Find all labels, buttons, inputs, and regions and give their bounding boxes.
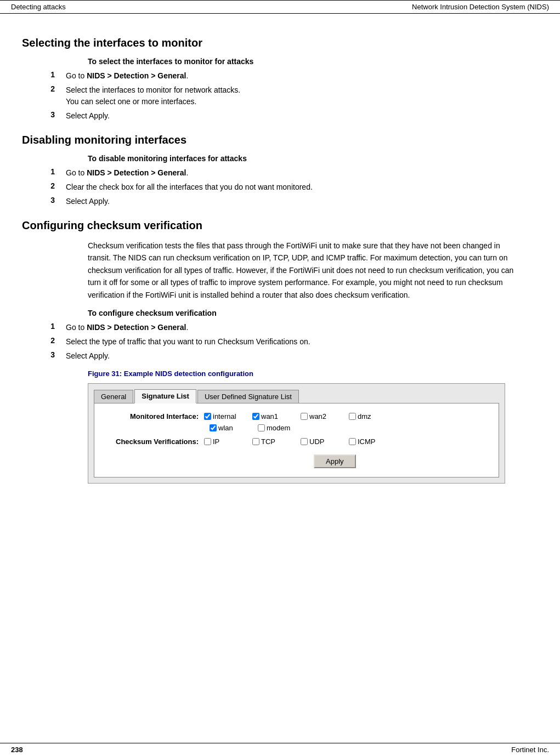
form-row-monitored: Monitored Interface: internal wan1 wan2 bbox=[105, 412, 488, 420]
check-ip[interactable]: IP bbox=[204, 437, 248, 446]
step-content: Select the type of traffic that you want… bbox=[66, 336, 538, 348]
monitored-checks-row2: wlan modem bbox=[210, 424, 302, 432]
tab-general[interactable]: General bbox=[94, 390, 133, 403]
step-content: Select Apply. bbox=[66, 196, 538, 207]
page-footer: 238 Fortinet Inc. bbox=[0, 743, 560, 756]
step-num: 2 bbox=[22, 336, 66, 348]
step-num: 2 bbox=[22, 181, 66, 193]
step-content: Select Apply. bbox=[66, 110, 538, 122]
checkbox-modem[interactable] bbox=[258, 424, 265, 431]
section-title-select: Selecting the interfaces to monitor bbox=[22, 37, 538, 49]
apply-button[interactable]: Apply bbox=[314, 454, 356, 468]
step-row: 1 Go to NIDS > Detection > General. bbox=[22, 167, 538, 179]
check-wan2[interactable]: wan2 bbox=[301, 412, 344, 420]
check-modem[interactable]: modem bbox=[258, 424, 302, 432]
checksum-label: Checksum Verifications: bbox=[105, 437, 204, 446]
footer-page-number: 238 bbox=[11, 746, 23, 754]
checkbox-internal[interactable] bbox=[204, 413, 211, 420]
step-num: 2 bbox=[22, 84, 66, 107]
steps-disable: 1 Go to NIDS > Detection > General. 2 Cl… bbox=[22, 167, 538, 207]
step-content: Go to NIDS > Detection > General. bbox=[66, 322, 538, 333]
step-row: 2 Clear the check box for all the interf… bbox=[22, 181, 538, 193]
step-row: 1 Go to NIDS > Detection > General. bbox=[22, 70, 538, 82]
tab-bar: General Signature List User Defined Sign… bbox=[94, 389, 499, 403]
header-right: Network Intrusion Detection System (NIDS… bbox=[412, 3, 549, 11]
tab-signature-list[interactable]: Signature List bbox=[134, 389, 196, 403]
tab-user-defined-signature-list[interactable]: User Defined Signature List bbox=[197, 390, 299, 403]
checkbox-icmp[interactable] bbox=[349, 438, 356, 445]
step-num: 1 bbox=[22, 322, 66, 333]
steps-checksum: 1 Go to NIDS > Detection > General. 2 Se… bbox=[22, 322, 538, 362]
checkbox-wlan[interactable] bbox=[210, 424, 217, 431]
check-wlan[interactable]: wlan bbox=[210, 424, 253, 432]
step-row: 1 Go to NIDS > Detection > General. bbox=[22, 322, 538, 333]
proc-title-select: To select the interfaces to monitor for … bbox=[88, 57, 538, 66]
step-num: 3 bbox=[22, 350, 66, 362]
check-tcp[interactable]: TCP bbox=[252, 437, 296, 446]
checkbox-wan2[interactable] bbox=[301, 413, 308, 420]
monitored-label: Monitored Interface: bbox=[105, 412, 204, 420]
inner-panel: Monitored Interface: internal wan1 wan2 bbox=[94, 403, 499, 478]
form-row-checksum: Checksum Verifications: IP TCP UDP bbox=[105, 437, 488, 446]
section-title-disable: Disabling monitoring interfaces bbox=[22, 134, 538, 146]
step-content: Go to NIDS > Detection > General. bbox=[66, 167, 538, 179]
section-title-checksum: Configuring checksum verification bbox=[22, 219, 538, 232]
checksum-checks: IP TCP UDP ICMP bbox=[204, 437, 393, 446]
step-num: 1 bbox=[22, 167, 66, 179]
header-left: Detecting attacks bbox=[11, 3, 66, 11]
step-row: 3 Select Apply. bbox=[22, 196, 538, 207]
page-header: Detecting attacks Network Intrusion Dete… bbox=[0, 0, 560, 14]
check-icmp[interactable]: ICMP bbox=[349, 437, 393, 446]
proc-title-checksum: To configure checksum verification bbox=[88, 309, 538, 317]
step-row: 3 Select Apply. bbox=[22, 350, 538, 362]
proc-title-disable: To disable monitoring interfaces for att… bbox=[88, 154, 538, 163]
body-paragraph-checksum: Checksum verification tests the files th… bbox=[88, 240, 516, 301]
figure-caption: Figure 31: Example NIDS detection config… bbox=[88, 370, 538, 378]
checkbox-tcp[interactable] bbox=[252, 438, 259, 445]
step-content: Go to NIDS > Detection > General. bbox=[66, 70, 538, 82]
form-row-monitored-2: wlan modem bbox=[210, 424, 488, 432]
footer-company: Fortinet Inc. bbox=[511, 746, 549, 754]
check-udp[interactable]: UDP bbox=[301, 437, 344, 446]
check-internal[interactable]: internal bbox=[204, 412, 248, 420]
checkbox-wan1[interactable] bbox=[252, 413, 259, 420]
step-content: Clear the check box for all the interfac… bbox=[66, 181, 538, 193]
monitored-checks: internal wan1 wan2 dmz bbox=[204, 412, 393, 420]
step-num: 3 bbox=[22, 110, 66, 122]
checkbox-dmz[interactable] bbox=[349, 413, 356, 420]
step-content: Select the interfaces to monitor for net… bbox=[66, 84, 538, 107]
check-dmz[interactable]: dmz bbox=[349, 412, 393, 420]
steps-select: 1 Go to NIDS > Detection > General. 2 Se… bbox=[22, 70, 538, 122]
step-row: 2 Select the interfaces to monitor for n… bbox=[22, 84, 538, 107]
step-row: 2 Select the type of traffic that you wa… bbox=[22, 336, 538, 348]
step-num: 3 bbox=[22, 196, 66, 207]
check-wan1[interactable]: wan1 bbox=[252, 412, 296, 420]
figure-box: General Signature List User Defined Sign… bbox=[88, 383, 505, 484]
checkbox-ip[interactable] bbox=[204, 438, 211, 445]
checkbox-udp[interactable] bbox=[301, 438, 308, 445]
step-content: Select Apply. bbox=[66, 350, 538, 362]
main-content: Selecting the interfaces to monitor To s… bbox=[0, 14, 560, 516]
step-row: 3 Select Apply. bbox=[22, 110, 538, 122]
step-num: 1 bbox=[22, 70, 66, 82]
